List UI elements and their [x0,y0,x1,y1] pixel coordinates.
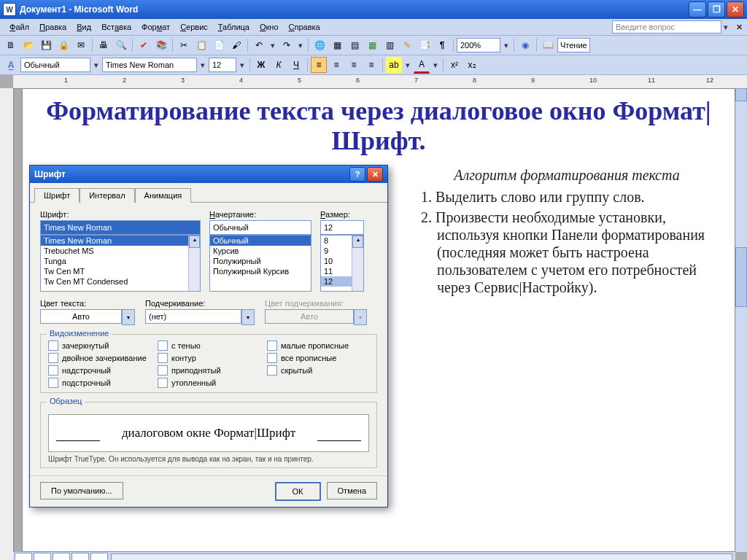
chk-outline[interactable]: контур [158,353,260,363]
tab-font[interactable]: Шрифт [34,188,80,203]
view-web-icon[interactable] [34,553,51,560]
list-item[interactable]: Полужирный Курсив [210,266,311,276]
chk-shadow[interactable]: с тенью [158,341,260,351]
style-listbox[interactable]: Обычный Курсив Полужирный Полужирный Кур… [209,235,311,292]
help-search-input[interactable]: Введите вопрос [612,20,721,34]
dialog-close-button[interactable]: ✕ [367,167,383,182]
chk-double-strike[interactable]: двойное зачеркивание [48,353,150,363]
chk-superscript[interactable]: надстрочный [48,365,150,376]
print-icon[interactable]: 🖶 [96,37,112,53]
size-combo[interactable]: 12 [209,58,236,72]
doc-map-icon[interactable]: 📑 [417,37,433,53]
font-color-icon[interactable]: A [414,56,430,74]
minimize-button[interactable]: — [689,1,706,18]
list-item[interactable]: Tw Cen MT [41,266,200,276]
fontcolor-dd-icon[interactable]: ▾ [431,61,440,70]
menu-file[interactable]: Файл [4,21,34,33]
list-item[interactable]: Курсив [210,246,311,256]
print-preview-icon[interactable]: 🔍 [113,37,129,53]
size-dd-icon[interactable]: ▾ [238,61,247,70]
menu-edit[interactable]: Правка [34,21,71,33]
subscript-icon[interactable]: x₂ [464,57,480,73]
vertical-scrollbar[interactable] [735,88,747,552]
mail-icon[interactable]: ✉ [73,37,89,53]
chk-smallcaps[interactable]: малые прописные [267,341,369,351]
chk-strikethrough[interactable]: зачеркнутый [48,341,150,351]
dialog-titlebar[interactable]: Шрифт ? ✕ [30,166,387,183]
hyperlink-icon[interactable]: 🌐 [311,37,328,53]
default-button[interactable]: По умолчанию... [40,482,123,499]
new-doc-icon[interactable]: 🗎 [3,37,19,53]
style-combo[interactable]: Обычный [20,58,90,72]
list-item[interactable]: Trebuchet MS [41,246,200,256]
font-input[interactable]: Times New Roman [40,220,201,235]
list-item[interactable]: Tw Cen MT Condensed [41,276,200,287]
format-painter-icon[interactable]: 🖌 [228,37,244,53]
chk-allcaps[interactable]: все прописные [267,353,369,363]
list-item[interactable]: Times New Roman [41,236,200,246]
spellcheck-icon[interactable]: ✔ [136,37,152,53]
menu-tools[interactable]: Сервис [175,21,213,33]
redo-icon[interactable]: ↷ [279,37,295,53]
cut-icon[interactable]: ✂ [176,37,192,53]
chevron-down-icon[interactable]: ▾ [241,309,255,325]
vertical-ruler[interactable] [0,88,14,560]
scroll-up-icon[interactable]: ▴ [189,236,200,248]
styles-pane-icon[interactable]: A̲ [3,57,19,73]
menu-help[interactable]: Справка [284,21,325,33]
chevron-down-icon[interactable]: ▾ [122,309,135,325]
close-button[interactable]: ✕ [727,1,744,18]
open-icon[interactable]: 📂 [20,37,36,53]
zoom-dropdown-icon[interactable]: ▾ [502,41,511,50]
size-input[interactable]: 12 [320,220,364,235]
align-justify-icon[interactable]: ≡ [363,57,379,73]
undo-dropdown-icon[interactable]: ▾ [268,41,277,50]
bold-icon[interactable]: Ж [253,57,269,73]
dialog-help-button[interactable]: ? [349,167,365,182]
horizontal-scrollbar[interactable] [111,553,732,560]
align-center-icon[interactable]: ≡ [328,57,344,73]
maximize-button[interactable]: ❐ [708,1,725,18]
undo-icon[interactable]: ↶ [251,37,267,53]
show-marks-icon[interactable]: ¶ [434,37,450,53]
tables-borders-icon[interactable]: ▦ [329,37,345,53]
underline-icon[interactable]: Ч [288,57,304,73]
help-dropdown-icon[interactable]: ▾ [721,23,730,32]
drawing-icon[interactable]: ✎ [399,37,415,53]
help-icon[interactable]: ◉ [517,37,533,53]
read-mode-icon[interactable]: 📖 [540,37,556,53]
list-item[interactable]: Tunga [41,256,200,266]
menu-insert[interactable]: Вставка [96,21,136,33]
scroll-up-icon[interactable]: ▴ [352,236,363,248]
doc-close-icon[interactable]: ✕ [736,23,743,32]
align-left-icon[interactable]: ≡ [311,57,327,73]
font-combo[interactable]: Times New Roman [102,58,197,72]
menu-window[interactable]: Окно [255,21,284,33]
chk-emboss[interactable]: приподнятый [158,365,260,376]
menu-view[interactable]: Вид [71,21,96,33]
underline-combo[interactable]: (нет)▾ [145,309,255,325]
insert-table-icon[interactable]: ▤ [347,37,363,53]
highlight-icon[interactable]: ab [386,57,402,73]
ok-button[interactable]: ОК [275,482,321,501]
view-normal-icon[interactable] [15,553,32,560]
style-dd-icon[interactable]: ▾ [92,61,101,70]
view-read-icon[interactable] [90,553,108,560]
font-color-combo[interactable]: Авто▾ [40,309,135,325]
size-listbox[interactable]: 8 9 10 11 12 ▴ [320,235,364,292]
font-listbox[interactable]: Times New Roman Trebuchet MS Tunga Tw Ce… [40,235,201,292]
read-mode-button[interactable]: Чтение [557,38,590,52]
copy-icon[interactable]: 📋 [193,37,209,53]
view-outline-icon[interactable] [71,553,89,560]
superscript-icon[interactable]: x² [446,57,462,73]
research-icon[interactable]: 📚 [153,37,169,53]
columns-icon[interactable]: ▥ [382,37,398,53]
chk-engrave[interactable]: утопленный [158,378,260,388]
chk-subscript[interactable]: подстрочный [48,378,150,388]
tab-spacing[interactable]: Интервал [80,188,134,203]
paste-icon[interactable]: 📄 [211,37,227,53]
tab-animation[interactable]: Анимация [135,188,192,203]
list-item[interactable]: Обычный [210,236,311,246]
scroll-up-icon[interactable] [735,88,747,101]
scroll-thumb[interactable] [735,247,747,307]
